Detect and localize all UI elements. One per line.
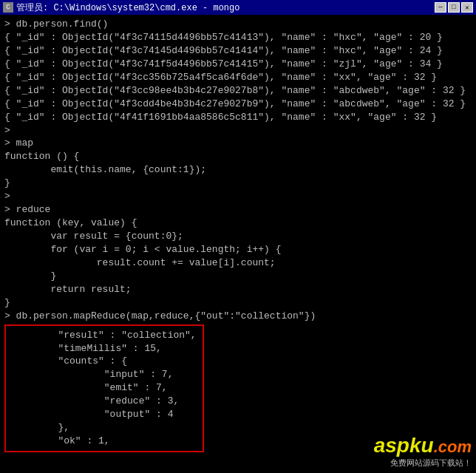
window-title: 管理员: C:\Windows\system32\cmd.exe - mongo [16,1,239,14]
terminal-area: > db.person.find() { "_id" : ObjectId("4… [0,15,476,473]
terminal-line-13: function () { [4,150,472,163]
title-bar: C 管理员: C:\Windows\system32\cmd.exe - mon… [0,0,476,15]
watermark-brand-text: aspku [374,434,434,457]
maximize-button[interactable]: □ [448,2,460,13]
terminal-line-2: { "_id" : ObjectId("4f3c74115d4496bb57c4… [4,31,472,44]
result-line-7: "output" : 4 [12,408,197,421]
terminal-line-19: var result = {count:0}; [4,230,472,243]
minimize-button[interactable]: — [435,2,446,13]
terminal-line-17: > reduce [4,203,472,217]
terminal-line-24: } [4,296,472,310]
terminal-line-11: > [4,124,472,137]
terminal-line-6: { "_id" : ObjectId("4f3cc98ee4b3b4c27e90… [4,84,472,98]
result-line-5: "emit" : 7, [12,381,197,395]
terminal-line-10: { "_id" : ObjectId("4f41f1691bb4aa8586c5… [4,111,472,124]
terminal-line-15: } [4,177,472,190]
terminal-line-18: function (key, value) { [4,217,472,230]
window-controls[interactable]: — □ ✕ [435,2,473,13]
watermark: aspku.com 免费网站源码下载站！ [374,435,472,469]
result-line-4: "input" : 7, [12,368,197,381]
result-line-2: "timeMillis" : 15, [12,342,197,355]
watermark-sub: 免费网站源码下载站！ [390,457,472,469]
terminal-line-4: { "_id" : ObjectId("4f3c741f5d4496bb57c4… [4,58,472,71]
terminal-line-12: > map [4,137,472,150]
result-line-6: "reduce" : 3, [12,395,197,408]
result-line-3: "counts" : { [12,355,197,368]
watermark-brand: aspku.com [374,435,472,456]
title-bar-left: C 管理员: C:\Windows\system32\cmd.exe - mon… [3,1,239,14]
terminal-line-8: { "_id" : ObjectId("4f3cdd4be4b3b4c27e90… [4,98,472,111]
terminal-line-21: result.count += value[i].count; [4,256,472,270]
terminal-line-22: } [4,270,472,283]
terminal-line-3: { "_id" : ObjectId("4f3c74145d4496bb57c4… [4,44,472,58]
terminal-line-23: return result; [4,283,472,296]
terminal-line-20: for (var i = 0; i < value.length; i++) { [4,243,472,256]
result-line-9: "ok" : 1, [12,435,197,448]
result-box: "result" : "collection", "timeMillis" : … [4,324,204,452]
cmd-icon: C [3,2,13,13]
terminal-line-16: > [4,190,472,203]
terminal-line-14: emit(this.name, {count:1}); [4,163,472,177]
terminal-line-5: { "_id" : ObjectId("4f3cc356b725a4f5ca64… [4,71,472,84]
result-line-1: "result" : "collection", [12,329,197,342]
result-line-8: }, [12,421,197,435]
watermark-tld: .com [434,438,472,456]
close-button[interactable]: ✕ [461,2,473,13]
terminal-line-1: > db.person.find() [4,18,472,31]
terminal-line-25: > db.person.mapReduce(map,reduce,{"out":… [4,310,472,323]
